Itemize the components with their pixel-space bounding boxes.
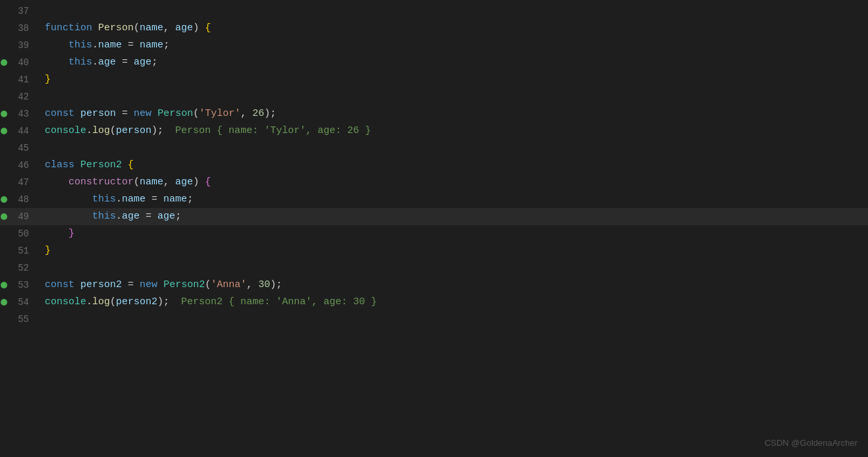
line-number-41: 41 xyxy=(8,72,40,87)
line-number-50: 50 xyxy=(8,227,40,241)
line-content-48: this.name = name; xyxy=(40,192,868,207)
line-number-47: 47 xyxy=(8,175,40,190)
gutter-49 xyxy=(0,213,8,220)
breakpoint-dot-44[interactable] xyxy=(1,128,7,134)
code-line-54: 54 console.log(person2); Person2 { name:… xyxy=(0,294,868,311)
line-number-44: 44 xyxy=(8,124,40,138)
line-content-41: } xyxy=(40,72,868,88)
line-number-37: 37 xyxy=(8,4,40,18)
code-line-50: 50 } xyxy=(0,225,868,242)
line-number-54: 54 xyxy=(8,295,40,309)
breakpoint-dot-49[interactable] xyxy=(1,213,7,220)
gutter-40 xyxy=(0,59,8,66)
code-line-41: 41 } xyxy=(0,71,868,88)
gutter-48 xyxy=(0,196,8,203)
breakpoint-dot-43[interactable] xyxy=(1,111,7,117)
code-line-48: 48 this.name = name; xyxy=(0,191,868,208)
code-line-44: 44 console.log(person); Person { name: '… xyxy=(0,122,868,140)
code-line-53: 53 const person2 = new Person2('Anna', 3… xyxy=(0,277,868,294)
line-number-40: 40 xyxy=(8,55,40,70)
line-number-48: 48 xyxy=(8,192,40,207)
line-content-39: this.name = name; xyxy=(40,38,868,53)
line-content-40: this.age = age; xyxy=(40,55,868,70)
line-number-46: 46 xyxy=(8,158,40,173)
line-content-46: class Person2 { xyxy=(40,157,868,173)
breakpoint-dot-54[interactable] xyxy=(1,299,7,306)
line-content-51: } xyxy=(40,243,868,259)
gutter-43 xyxy=(0,111,8,117)
line-content-54: console.log(person2); Person2 { name: 'A… xyxy=(40,294,868,310)
line-number-42: 42 xyxy=(8,90,40,104)
code-line-51: 51 } xyxy=(0,242,868,259)
code-line-49: 49 this.age = age; xyxy=(0,208,868,225)
line-number-55: 55 xyxy=(8,312,40,327)
watermark-text: CSDN @GoldenaArcher xyxy=(765,437,857,450)
line-number-49: 49 xyxy=(8,209,40,224)
line-content-50: } xyxy=(40,226,868,242)
code-line-52: 52 xyxy=(0,259,868,277)
line-number-43: 43 xyxy=(8,107,40,121)
code-line-43: 43 const person = new Person('Tylor', 26… xyxy=(0,105,868,122)
breakpoint-dot-40[interactable] xyxy=(1,59,7,66)
breakpoint-dot-48[interactable] xyxy=(1,196,7,203)
line-content-43: const person = new Person('Tylor', 26); xyxy=(40,106,868,122)
line-content-47: constructor(name, age) { xyxy=(40,175,868,190)
code-editor: 37 38 function Person(name, age) { 39 th… xyxy=(0,0,868,331)
gutter-44 xyxy=(0,128,8,134)
line-content-49: this.age = age; xyxy=(40,209,868,225)
line-number-45: 45 xyxy=(8,141,40,155)
code-line-47: 47 constructor(name, age) { xyxy=(0,174,868,191)
code-line-55: 55 xyxy=(0,311,868,328)
line-number-51: 51 xyxy=(8,244,40,258)
line-number-38: 38 xyxy=(8,21,40,36)
line-number-39: 39 xyxy=(8,38,40,53)
code-line-40: 40 this.age = age; xyxy=(0,54,868,71)
breakpoint-dot-53[interactable] xyxy=(1,282,7,288)
line-content-38: function Person(name, age) { xyxy=(40,20,868,36)
code-line-38: 38 function Person(name, age) { xyxy=(0,20,868,37)
code-line-37: 37 xyxy=(0,3,868,20)
line-number-52: 52 xyxy=(8,261,40,275)
code-line-42: 42 xyxy=(0,88,868,105)
gutter-53 xyxy=(0,282,8,288)
code-line-39: 39 this.name = name; xyxy=(0,37,868,54)
line-number-53: 53 xyxy=(8,278,40,292)
code-line-46: 46 class Person2 { xyxy=(0,157,868,174)
line-content-53: const person2 = new Person2('Anna', 30); xyxy=(40,277,868,293)
code-line-45: 45 xyxy=(0,140,868,157)
gutter-54 xyxy=(0,299,8,306)
line-content-44: console.log(person); Person { name: 'Tyl… xyxy=(40,123,868,139)
